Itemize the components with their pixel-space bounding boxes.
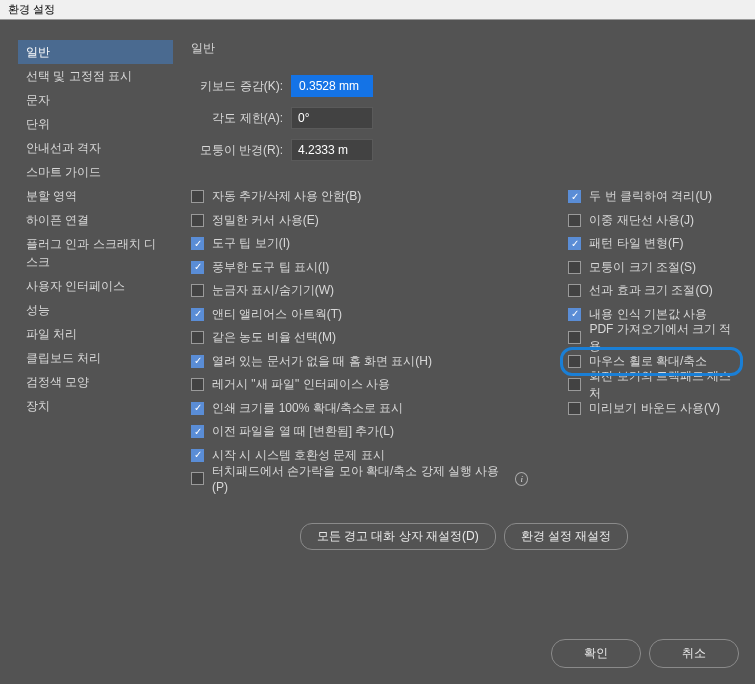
sidebar-item[interactable]: 장치 [18, 394, 173, 418]
checkbox-row: 회전 보기의 트랙패드 제스처 [568, 373, 737, 397]
checkbox-label: 레거시 "새 파일" 인터페이스 사용 [212, 376, 390, 393]
checkbox[interactable] [568, 237, 581, 250]
cancel-button[interactable]: 취소 [649, 639, 739, 668]
sidebar-item[interactable]: 문자 [18, 88, 173, 112]
checkbox-label: 열려 있는 문서가 없을 때 홈 화면 표시(H) [212, 353, 432, 370]
checkbox-column-right: 두 번 클릭하여 격리(U)이중 재단선 사용(J)패턴 타일 변형(F)모퉁이… [568, 185, 737, 491]
checkbox-row: 앤티 앨리어스 아트웍(T) [191, 303, 528, 327]
constrain-angle-label: 각도 제한(A): [191, 110, 291, 127]
preferences-sidebar: 일반선택 및 고정점 표시문자단위안내선과 격자스마트 가이드분할 영역하이픈 … [18, 40, 173, 619]
checkbox-label: 패턴 타일 변형(F) [589, 235, 683, 252]
checkbox-row: 자동 추가/삭제 사용 안함(B) [191, 185, 528, 209]
checkbox[interactable] [191, 402, 204, 415]
sidebar-item[interactable]: 검정색 모양 [18, 370, 173, 394]
checkbox-label: 정밀한 커서 사용(E) [212, 212, 319, 229]
checkbox[interactable] [191, 331, 204, 344]
checkbox[interactable] [568, 355, 581, 368]
checkbox[interactable] [191, 472, 204, 485]
checkbox-label: 선과 효과 크기 조절(O) [589, 282, 712, 299]
sidebar-item[interactable]: 플러그 인과 스크래치 디스크 [18, 232, 173, 274]
checkbox[interactable] [568, 308, 581, 321]
checkbox[interactable] [568, 214, 581, 227]
sidebar-item[interactable]: 단위 [18, 112, 173, 136]
checkbox-column-left: 자동 추가/삭제 사용 안함(B)정밀한 커서 사용(E)도구 팁 보기(I)풍… [191, 185, 528, 491]
checkbox-label: 마우스 휠로 확대/축소 [589, 353, 707, 370]
checkbox-label: 자동 추가/삭제 사용 안함(B) [212, 188, 361, 205]
checkbox-row: 정밀한 커서 사용(E) [191, 209, 528, 233]
constrain-angle-input[interactable] [291, 107, 373, 129]
checkbox-label: 시작 시 시스템 호환성 문제 표시 [212, 447, 385, 464]
checkbox-label: 앤티 앨리어스 아트웍(T) [212, 306, 342, 323]
checkbox[interactable] [191, 190, 204, 203]
keyboard-increment-input[interactable] [291, 75, 373, 97]
checkbox-row: 모퉁이 크기 조절(S) [568, 256, 737, 280]
checkbox[interactable] [191, 214, 204, 227]
checkbox-row: 미리보기 바운드 사용(V) [568, 397, 737, 421]
checkbox-label: 눈금자 표시/숨기기(W) [212, 282, 334, 299]
ok-button[interactable]: 확인 [551, 639, 641, 668]
checkbox-row: 인쇄 크기를 100% 확대/축소로 표시 [191, 397, 528, 421]
checkbox-row: 눈금자 표시/숨기기(W) [191, 279, 528, 303]
checkbox-label: 이전 파일을 열 때 [변환됨] 추가(L) [212, 423, 394, 440]
checkbox-row: 선과 효과 크기 조절(O) [568, 279, 737, 303]
checkbox[interactable] [568, 331, 581, 344]
checkbox-label: 터치패드에서 손가락을 모아 확대/축소 강제 실행 사용(P) [212, 463, 503, 494]
reset-preferences-button[interactable]: 환경 설정 재설정 [504, 523, 629, 550]
sidebar-item[interactable]: 일반 [18, 40, 173, 64]
checkbox[interactable] [191, 449, 204, 462]
checkbox[interactable] [191, 308, 204, 321]
checkbox[interactable] [191, 425, 204, 438]
checkbox-label: 같은 농도 비율 선택(M) [212, 329, 336, 346]
checkbox-row: PDF 가져오기에서 크기 적용 [568, 326, 737, 350]
sidebar-item[interactable]: 하이픈 연결 [18, 208, 173, 232]
checkbox-row: 이중 재단선 사용(J) [568, 209, 737, 233]
sidebar-item[interactable]: 클립보드 처리 [18, 346, 173, 370]
checkbox[interactable] [568, 378, 581, 391]
checkbox-row: 도구 팁 보기(I) [191, 232, 528, 256]
checkbox[interactable] [568, 284, 581, 297]
checkbox[interactable] [191, 378, 204, 391]
checkbox-label: 미리보기 바운드 사용(V) [589, 400, 720, 417]
checkbox-label: 도구 팁 보기(I) [212, 235, 290, 252]
checkbox-row: 터치패드에서 손가락을 모아 확대/축소 강제 실행 사용(P)i [191, 467, 528, 491]
sidebar-item[interactable]: 파일 처리 [18, 322, 173, 346]
sidebar-item[interactable]: 스마트 가이드 [18, 160, 173, 184]
checkbox-label: 이중 재단선 사용(J) [589, 212, 694, 229]
checkbox[interactable] [191, 237, 204, 250]
sidebar-item[interactable]: 분할 영역 [18, 184, 173, 208]
reset-warnings-button[interactable]: 모든 경고 대화 상자 재설정(D) [300, 523, 496, 550]
checkbox-label: 두 번 클릭하여 격리(U) [589, 188, 712, 205]
corner-radius-input[interactable] [291, 139, 373, 161]
checkbox[interactable] [191, 284, 204, 297]
checkbox-label: 인쇄 크기를 100% 확대/축소로 표시 [212, 400, 403, 417]
sidebar-item[interactable]: 사용자 인터페이스 [18, 274, 173, 298]
checkbox-row: 마우스 휠로 확대/축소 [568, 350, 737, 374]
keyboard-increment-label: 키보드 증감(K): [191, 78, 291, 95]
checkbox-row: 패턴 타일 변형(F) [568, 232, 737, 256]
checkbox[interactable] [568, 402, 581, 415]
section-heading: 일반 [191, 40, 737, 57]
sidebar-item[interactable]: 선택 및 고정점 표시 [18, 64, 173, 88]
corner-radius-label: 모퉁이 반경(R): [191, 142, 291, 159]
window-title: 환경 설정 [0, 0, 755, 20]
sidebar-item[interactable]: 안내선과 격자 [18, 136, 173, 160]
info-icon[interactable]: i [515, 472, 529, 486]
checkbox[interactable] [191, 355, 204, 368]
checkbox[interactable] [568, 190, 581, 203]
checkbox-row: 풍부한 도구 팁 표시(I) [191, 256, 528, 280]
checkbox-row: 열려 있는 문서가 없을 때 홈 화면 표시(H) [191, 350, 528, 374]
checkbox[interactable] [191, 261, 204, 274]
sidebar-item[interactable]: 성능 [18, 298, 173, 322]
checkbox-row: 레거시 "새 파일" 인터페이스 사용 [191, 373, 528, 397]
checkbox[interactable] [568, 261, 581, 274]
checkbox-row: 이전 파일을 열 때 [변환됨] 추가(L) [191, 420, 528, 444]
checkbox-label: 풍부한 도구 팁 표시(I) [212, 259, 329, 276]
checkbox-label: 모퉁이 크기 조절(S) [589, 259, 696, 276]
checkbox-row: 두 번 클릭하여 격리(U) [568, 185, 737, 209]
checkbox-row: 같은 농도 비율 선택(M) [191, 326, 528, 350]
